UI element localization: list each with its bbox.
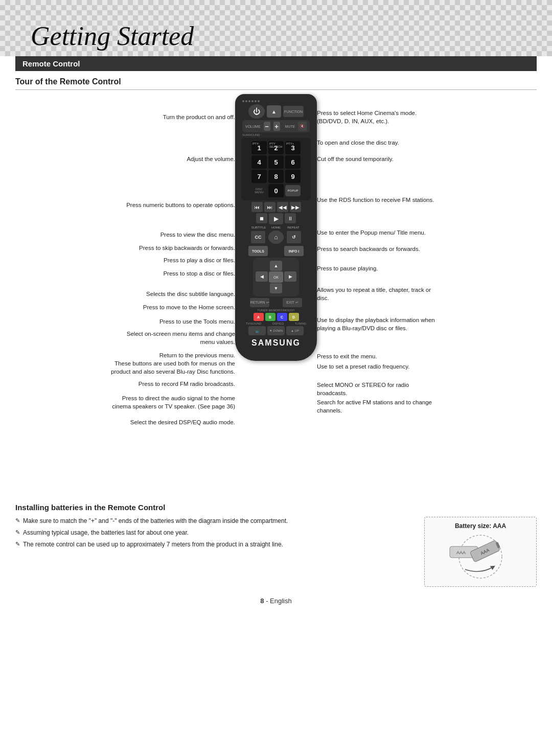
right-label-rds-function: Use the RDS function to receive FM stati… [317,196,440,204]
dpad-up-button[interactable]: ▲ [270,261,282,271]
right-label-display-playback: Use to display the playback information … [317,316,440,332]
right-label-popup-menu: Use to enter the Popup menu/ Title menu. [317,229,440,237]
right-label-cut-sound: Cut off the sound temporarily. [317,155,440,164]
right-label-repeat-title: Allows you to repeat a title, chapter, t… [317,286,440,302]
left-label-previous-menu: Return to the previous menu. [112,352,235,360]
color-b-button[interactable]: B [265,313,275,321]
battery-note-2: ✎ Assuming typical usage, the batteries … [15,529,414,537]
num2-button[interactable]: PTY SEARCH2 [268,141,284,154]
rewind-button[interactable]: ◀◀ [277,202,288,212]
eject-button[interactable]: ▲ [267,105,281,118]
section-bar: Remote Control [15,56,537,71]
color-c-button[interactable]: C [277,313,287,321]
info-button[interactable]: INFO i [284,246,304,256]
num0-button[interactable]: 0 [268,184,284,197]
page-number: 8 [260,597,264,605]
section-title: Remote Control [22,59,80,68]
left-label-home-screen: Press to move to the Home screen. [112,304,235,312]
batteries-content: ✎ Make sure to match the "+" and "-" end… [15,517,537,587]
svg-text:AAA: AAA [456,550,466,555]
bottom-button-row: 📺 ▼ DOWN ▲ UP [240,326,312,335]
popup-button[interactable]: POPUP [285,185,301,196]
battery-note-3: ✎ The remote control can be used up to a… [15,540,414,549]
battery-box: Battery size: AAA AAA AAA [424,517,537,587]
left-label-disc-subtitle: Selects the disc subtitle language. [112,290,235,299]
header-pattern: Getting Started [0,0,552,56]
fast-forward-button[interactable]: ▶▶ [290,202,301,212]
left-label-play-disc: Press to play a disc or files. [118,257,235,265]
left-label-tools-menu: Press to use the Tools menu. [112,318,235,326]
left-label-dsp-eq: Select the desired DSP/EQ audio mode. [102,419,235,427]
subsection-title: Tour of the Remote Control [15,77,537,90]
stop-button[interactable]: ⏹ [256,213,267,223]
repeat-button[interactable]: ↺ [287,231,301,243]
num3-button[interactable]: PTY+3 [285,141,301,154]
play-button[interactable]: ▶ [269,213,283,224]
left-label-turn-on-off: Turn the product on and off. [128,113,235,122]
battery-note-1: ✎ Make sure to match the "+" and "-" end… [15,517,414,525]
left-label-numeric-buttons: Press numeric buttons to operate options… [118,201,235,210]
batteries-title: Installing batteries in the Remote Contr… [15,503,537,512]
left-label-adjust-volume: Adjust the volume. [128,155,235,164]
note-icon-2: ✎ [15,529,20,536]
dpad: ▲ ◀ OK ▶ ▼ [253,258,299,296]
right-label-pause-playing: Press to pause playing. [317,265,440,273]
num5-button[interactable]: 5 [268,155,284,169]
exit-button[interactable]: EXIT ↵ [283,298,302,307]
note-icon-1: ✎ [15,517,20,524]
power-button[interactable]: ⏻ [248,104,265,119]
dpad-left-button[interactable]: ◀ [256,271,268,282]
numpad: PTY-1 PTY SEARCH2 PTY+3 4 5 6 7 8 9 DISC… [241,138,311,200]
samsung-logo: SAMSUNG [240,338,312,348]
footer-language: English [270,597,292,605]
dsp-eq-button[interactable]: ▼ DOWN [267,326,285,335]
num7-button[interactable]: 7 [251,170,267,183]
transport-row-2: ⏹ ▶ ⏸ [240,213,312,224]
dpad-right-button[interactable]: ▶ [284,271,296,282]
note-icon-3: ✎ [15,540,20,548]
tuning-up-button[interactable]: ▲ UP [286,326,304,335]
right-label-active-fm: Search for active FM stations and to cha… [317,399,440,415]
remote-control: ⏻ ▲ FUNCTION VOLUME − + MUTE 🔇 SURROUND … [225,94,327,361]
left-label-audio-signal: Press to direct the audio signal to the … [102,395,235,410]
dpad-ok-button[interactable]: OK [269,271,283,283]
num4-button[interactable]: 4 [251,155,267,169]
right-label-open-close-tray: To open and close the disc tray. [317,139,440,147]
page-title: Getting Started [31,21,194,51]
num6-button[interactable]: 6 [285,155,301,169]
num9-button[interactable]: 9 [285,170,301,183]
color-buttons: A B C D [240,313,312,321]
home-button[interactable]: ⌂ [268,231,284,244]
num1-button[interactable]: PTY-1 [251,141,267,154]
dpad-down-button[interactable]: ▼ [270,283,282,293]
pause-button[interactable]: ⏸ [285,213,296,223]
left-label-disc-menu: Press to view the disc menu. [128,231,235,239]
batteries-text: ✎ Make sure to match the "+" and "-" end… [15,517,414,587]
right-label-search-backwards: Press to search backwards or forwards. [317,245,440,254]
battery-illustration: AAA AAA [434,534,526,580]
volume-plus-button[interactable]: + [273,122,280,131]
prev-track-button[interactable]: ⏮ [251,202,263,212]
left-label-stop-disc: Press to stop a disc or files. [118,270,235,278]
tv-sound-button[interactable]: 📺 [248,326,266,335]
color-d-button[interactable]: D [289,313,299,321]
return-button[interactable]: RETURN ↩ [250,298,269,307]
volume-minus-button[interactable]: − [264,122,270,131]
left-label-skip-backwards: Press to skip backwards or forwards. [118,244,235,253]
subtitle-button[interactable]: CC [251,231,265,243]
right-label-mono-stereo: Select MONO or STEREO for radio broadcas… [317,381,440,397]
mute-button[interactable]: 🔇 [298,122,307,131]
num8-button[interactable]: 8 [268,170,284,183]
function-button[interactable]: FUNCTION [283,106,304,117]
tools-button[interactable]: TOOLS [248,246,268,256]
left-label-select-menu: Select on-screen menu items and change m… [112,330,235,346]
left-label-blu-ray-functions: These buttons are used both for menus on… [102,360,235,376]
color-a-button[interactable]: A [254,313,264,321]
footer-separator: - [266,597,270,605]
right-label-preset-radio: Use to set a preset radio frequency. [317,363,440,371]
battery-box-label: Battery size: AAA [430,522,531,530]
next-track-button[interactable]: ⏭ [264,202,275,212]
batteries-section: Installing batteries in the Remote Contr… [15,503,537,587]
page-footer: 8 - English [0,597,552,615]
volume-bar: VOLUME − + MUTE 🔇 [242,120,310,132]
